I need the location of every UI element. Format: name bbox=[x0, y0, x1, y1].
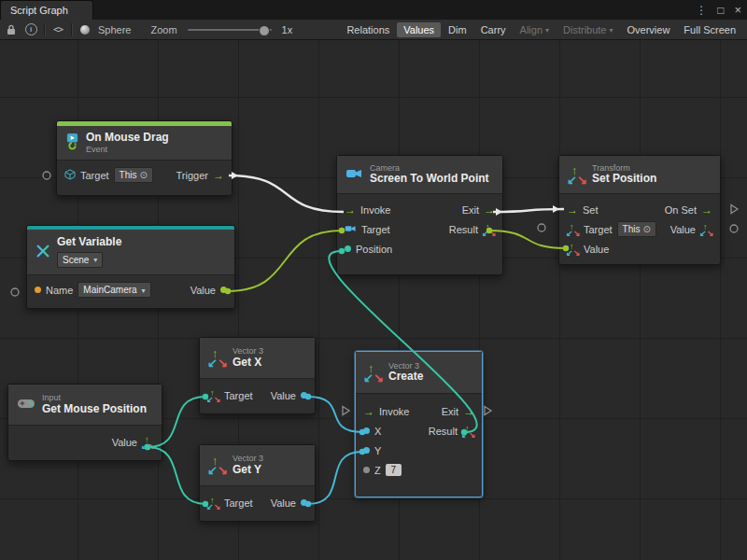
port-target-input[interactable]: ↑↙↘ Target bbox=[207, 389, 253, 402]
target-symbol-icon: ⊙ bbox=[139, 170, 147, 180]
float-port-dot[interactable] bbox=[301, 392, 307, 399]
port-value-output[interactable]: Value bbox=[271, 390, 307, 401]
port-invoke-input[interactable]: → Invoke bbox=[363, 406, 409, 417]
z-value-field[interactable]: 7 bbox=[386, 464, 402, 476]
float-port-dot[interactable] bbox=[363, 447, 370, 454]
zoom-slider[interactable] bbox=[188, 29, 272, 31]
info-icon[interactable]: i bbox=[24, 22, 37, 36]
gameobject-icon bbox=[64, 169, 76, 182]
zoom-slider-handle[interactable] bbox=[259, 25, 270, 36]
port-invoke-input[interactable]: → Invoke bbox=[345, 204, 390, 216]
variable-name-dropdown[interactable]: MainCamera ▾ bbox=[78, 282, 150, 298]
port-result-output[interactable]: Result ↑↙↘ bbox=[449, 223, 495, 236]
port-exit-output[interactable]: Exit → bbox=[442, 406, 474, 417]
toolbar-separator bbox=[44, 23, 45, 35]
zoom-label: Zoom bbox=[150, 24, 176, 35]
open-port-circle[interactable] bbox=[11, 288, 19, 296]
vector-port-dot[interactable] bbox=[345, 245, 351, 252]
value-port-dot[interactable] bbox=[220, 287, 227, 293]
flow-arrowhead-icon bbox=[232, 172, 238, 179]
float-port-dot[interactable] bbox=[363, 427, 370, 434]
node-header: Camera Screen To World Point bbox=[337, 156, 502, 194]
align-button[interactable]: Align▾ bbox=[514, 22, 556, 37]
target-symbol-icon: ⊙ bbox=[642, 224, 650, 234]
open-port-triangle[interactable] bbox=[485, 407, 491, 415]
wire-exit-to-set[interactable] bbox=[493, 209, 564, 212]
float-port-dot[interactable] bbox=[301, 499, 307, 506]
carry-button[interactable]: Carry bbox=[474, 22, 513, 37]
port-set-input[interactable]: → Set bbox=[567, 204, 599, 216]
maximize-icon[interactable]: □ bbox=[717, 5, 724, 16]
graph-canvas[interactable]: On Mouse Drag Event Target This ⊙ Trigge bbox=[0, 40, 747, 560]
tab-script-graph[interactable]: Script Graph bbox=[0, 0, 93, 20]
flow-arrow-icon: → bbox=[567, 204, 578, 216]
code-icon[interactable]: <> bbox=[51, 22, 64, 36]
port-y-input[interactable]: Y bbox=[363, 445, 381, 456]
node-get-x[interactable]: ↑↙↘ Vector 3 Get X ↑↙↘ Target Value bbox=[199, 337, 316, 414]
chevron-down-icon: ▾ bbox=[142, 287, 146, 295]
port-trigger-output[interactable]: Trigger → bbox=[176, 170, 224, 181]
port-value-output[interactable]: Value ↑↙↘ bbox=[670, 223, 712, 236]
node-title: Get Y bbox=[233, 464, 263, 477]
relations-button[interactable]: Relations bbox=[340, 22, 396, 37]
node-title: Create bbox=[388, 371, 423, 384]
object-name[interactable]: Sphere bbox=[98, 24, 131, 35]
node-header: ↑↙↘ Vector 3 Get Y bbox=[200, 445, 315, 486]
open-port-circle[interactable] bbox=[538, 224, 545, 231]
camera-icon bbox=[345, 167, 363, 182]
open-port-circle[interactable] bbox=[730, 225, 738, 232]
variable-kind-dropdown[interactable]: Scene ▾ bbox=[57, 252, 103, 268]
port-z-input[interactable]: Z 7 bbox=[363, 464, 402, 476]
open-port-triangle[interactable] bbox=[731, 205, 738, 214]
fullscreen-button[interactable]: Full Screen bbox=[677, 22, 742, 37]
node-create-vector3[interactable]: ↑↙↘ Vector 3 Create → Invoke Exit → bbox=[355, 351, 483, 497]
gamepad-icon bbox=[17, 398, 35, 412]
vector3-icon: ↑↙↘ bbox=[208, 349, 226, 367]
values-button[interactable]: Values bbox=[397, 22, 441, 37]
port-value-output[interactable]: Value bbox=[271, 497, 307, 509]
flow-arrow-icon: → bbox=[484, 204, 495, 216]
node-header: Input Get Mouse Position bbox=[8, 385, 162, 426]
wire-value-to-target[interactable] bbox=[228, 231, 342, 291]
vector3-icon: ↑↙↘ bbox=[462, 425, 474, 438]
string-port-dot[interactable] bbox=[35, 287, 41, 293]
node-title: On Mouse Drag bbox=[86, 132, 169, 145]
menu-icon[interactable]: ⋮ bbox=[696, 5, 707, 16]
close-icon[interactable]: × bbox=[734, 4, 741, 16]
variable-icon bbox=[35, 245, 50, 259]
distribute-button[interactable]: Distribute▾ bbox=[557, 22, 619, 37]
node-get-mouse-position[interactable]: Input Get Mouse Position Value ↑↙↘ bbox=[7, 384, 162, 461]
node-title: Screen To World Point bbox=[370, 173, 489, 186]
port-value-input[interactable]: ↑↙↘ Value bbox=[567, 243, 609, 256]
port-target-input[interactable]: Target This ⊙ bbox=[64, 167, 153, 183]
wire-trigger-to-invoke[interactable] bbox=[229, 175, 344, 212]
node-screen-to-world-point[interactable]: Camera Screen To World Point → Invoke Ex… bbox=[336, 155, 503, 275]
port-target-input[interactable]: Target bbox=[345, 224, 390, 235]
float-port-dot[interactable] bbox=[363, 467, 370, 473]
open-port-circle[interactable] bbox=[43, 172, 50, 179]
open-port-triangle[interactable] bbox=[343, 407, 349, 415]
chevron-down-icon: ▾ bbox=[93, 257, 97, 264]
overview-button[interactable]: Overview bbox=[621, 22, 677, 37]
node-get-variable[interactable]: Get Variable Scene ▾ Name MainCamera ▾ bbox=[26, 225, 235, 309]
node-set-position[interactable]: ↑↙↘ Transform Set Position → Set On Set … bbox=[558, 155, 721, 265]
node-title: Set Position bbox=[592, 173, 656, 186]
node-on-mouse-drag[interactable]: On Mouse Drag Event Target This ⊙ Trigge bbox=[56, 120, 233, 196]
node-get-y[interactable]: ↑↙↘ Vector 3 Get Y ↑↙↘ Target Value bbox=[199, 444, 316, 522]
this-chip[interactable]: This ⊙ bbox=[114, 167, 153, 183]
port-target-input[interactable]: ↑↙↘ Target This ⊙ bbox=[567, 221, 656, 237]
port-value-output[interactable]: Value bbox=[190, 285, 227, 296]
vector3-icon: ↑↙↘ bbox=[364, 364, 382, 382]
port-target-input[interactable]: ↑↙↘ Target bbox=[207, 497, 253, 510]
this-chip[interactable]: This ⊙ bbox=[617, 221, 656, 237]
port-x-input[interactable]: X bbox=[363, 426, 381, 437]
lock-icon[interactable] bbox=[5, 22, 18, 36]
port-position-input[interactable]: Position bbox=[345, 244, 392, 255]
port-on-set-output[interactable]: On Set → bbox=[665, 204, 712, 216]
dim-button[interactable]: Dim bbox=[442, 22, 473, 37]
chevron-down-icon: ▾ bbox=[545, 27, 549, 35]
port-result-output[interactable]: Result ↑↙↘ bbox=[429, 425, 474, 438]
port-value-output[interactable]: Value ↑↙↘ bbox=[112, 436, 154, 449]
port-exit-output[interactable]: Exit → bbox=[462, 204, 495, 216]
port-name-input[interactable]: Name MainCamera ▾ bbox=[35, 282, 151, 298]
